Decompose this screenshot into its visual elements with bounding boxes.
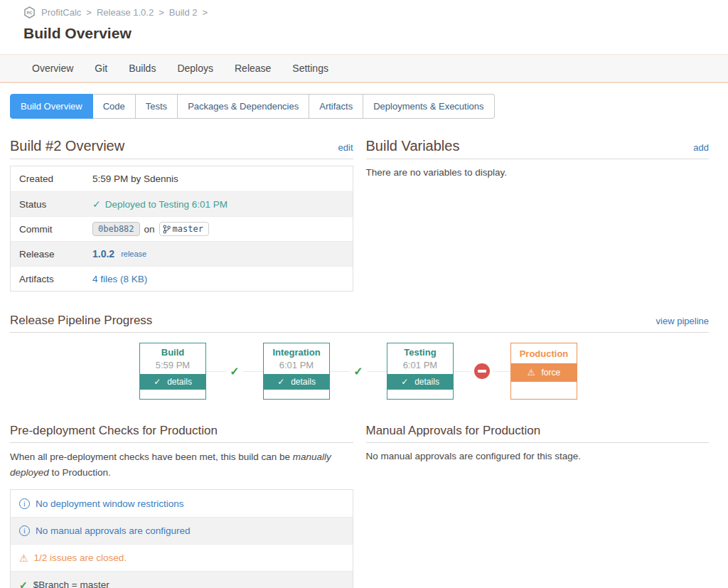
check-text: 1/2 issues are closed.	[34, 552, 127, 563]
stage-name: Production	[511, 343, 577, 363]
stage-time: 6:01 PM	[264, 358, 329, 374]
pipeline-stage-integration: Integration 6:01 PM ✓ details	[263, 343, 330, 400]
status-label: Status	[11, 199, 92, 210]
page-title: Build Overview	[23, 25, 728, 42]
breadcrumb-release[interactable]: Release 1.0.2	[97, 7, 154, 18]
breadcrumb-build[interactable]: Build 2	[169, 7, 198, 18]
stage-name: Integration	[264, 343, 329, 358]
breadcrumb-app[interactable]: ProfitCalc	[41, 7, 81, 18]
check-row-issues[interactable]: ⚠ 1/2 issues are closed.	[11, 544, 353, 571]
stage-name: Build	[140, 343, 205, 358]
warning-icon: ⚠	[528, 368, 535, 378]
artifacts-link[interactable]: 4 files (8 KB)	[92, 274, 147, 284]
no-approvals-text: No manual approvals are configured for t…	[366, 451, 710, 461]
nav-item-overview[interactable]: Overview	[32, 63, 73, 74]
stage-name: Testing	[387, 343, 453, 358]
pipeline-connector: ✓	[206, 365, 263, 378]
pre-deployment-title: Pre-deployment Checks for Production	[10, 424, 218, 438]
release-label: Release	[11, 249, 92, 260]
pipeline-stage-production: Production ⚠ force	[510, 343, 577, 400]
pre-deployment-section: Pre-deployment Checks for Production Whe…	[10, 424, 353, 588]
build-overview-table: Created 5:59 PM by Sdennis Status ✓ Depl…	[10, 166, 353, 292]
check-text: No deployment window restrictions	[36, 498, 184, 509]
pre-deployment-check-list: i No deployment window restrictions i No…	[10, 489, 353, 588]
tab-artifacts[interactable]: Artifacts	[309, 94, 363, 119]
nav-item-git[interactable]: Git	[95, 63, 107, 74]
created-value: 5:59 PM by Sdennis	[92, 173, 178, 184]
check-icon: ✓	[277, 377, 284, 387]
release-link[interactable]: release	[121, 250, 146, 258]
pre-deployment-intro: When all pre-deployment checks have been…	[10, 449, 353, 480]
nav-item-deploys[interactable]: Deploys	[177, 63, 213, 74]
table-row-release: Release 1.0.2 release	[11, 241, 353, 266]
breadcrumb-separator: >	[203, 7, 208, 18]
breadcrumb: PC ProfitCalc > Release 1.0.2 > Build 2 …	[23, 6, 728, 18]
tab-deployments-executions[interactable]: Deployments & Executions	[363, 94, 494, 119]
pipeline-stage-build: Build 5:59 PM ✓ details	[139, 343, 206, 400]
pipeline-connector: ✓	[330, 365, 387, 378]
breadcrumb-separator: >	[86, 7, 92, 18]
check-icon: ✓	[350, 365, 366, 378]
build-overview-section: Build #2 Overview edit Created 5:59 PM b…	[10, 138, 353, 292]
blocked-icon	[474, 363, 490, 379]
nav-item-release[interactable]: Release	[235, 63, 271, 74]
build-subtabs: Build Overview Code Tests Packages & Dep…	[10, 94, 495, 119]
release-version-link[interactable]: 1.0.2	[92, 248, 114, 260]
warning-icon: ⚠	[19, 552, 28, 564]
stage-details-button[interactable]: ✓ details	[140, 374, 205, 390]
check-icon: ✓	[92, 198, 101, 210]
check-row-manual-approvals[interactable]: i No manual approvals are configured	[11, 517, 353, 544]
table-row-status: Status ✓ Deployed to Testing 6:01 PM	[11, 191, 353, 216]
commit-hash-badge[interactable]: 0beb882	[92, 222, 140, 236]
tab-build-overview[interactable]: Build Overview	[10, 94, 93, 119]
table-row-created: Created 5:59 PM by Sdennis	[11, 166, 353, 191]
view-pipeline-link[interactable]: view pipeline	[656, 316, 709, 326]
nav-item-settings[interactable]: Settings	[292, 63, 328, 74]
stage-time: 6:01 PM	[387, 358, 453, 374]
tab-packages-dependencies[interactable]: Packages & Dependencies	[178, 94, 309, 119]
git-branch-icon	[163, 225, 171, 234]
table-row-commit: Commit 0beb882 on master	[11, 216, 353, 241]
info-icon: i	[19, 498, 30, 509]
created-label: Created	[11, 173, 92, 184]
pipeline-section: Release Pipeline Progress view pipeline …	[0, 314, 728, 400]
info-icon: i	[19, 525, 30, 536]
build-overview-title: Build #2 Overview	[10, 138, 124, 154]
check-icon: ✓	[401, 377, 408, 387]
check-text: $Branch = master	[33, 579, 109, 588]
pipeline-title: Release Pipeline Progress	[10, 314, 152, 328]
svg-text:PC: PC	[26, 11, 33, 15]
breadcrumb-separator: >	[159, 7, 164, 18]
build-variables-title: Build Variables	[366, 138, 460, 154]
no-variables-text: There are no variables to display.	[366, 167, 710, 178]
check-row-deployment-window[interactable]: i No deployment window restrictions	[11, 490, 353, 517]
artifacts-label: Artifacts	[11, 274, 92, 284]
branch-name: master	[173, 224, 203, 234]
edit-link[interactable]: edit	[338, 142, 353, 153]
stage-details-button[interactable]: ✓ details	[387, 374, 453, 390]
build-variables-section: Build Variables add There are no variabl…	[366, 138, 710, 292]
main-nav: Overview Git Builds Deploys Release Sett…	[0, 54, 728, 83]
stage-force-button[interactable]: ⚠ force	[511, 363, 577, 382]
pipeline-stage-testing: Testing 6:01 PM ✓ details	[387, 343, 454, 400]
check-icon: ✓	[154, 377, 161, 387]
status-value: Deployed to Testing 6:01 PM	[105, 199, 228, 210]
pipeline-stages: Build 5:59 PM ✓ details ✓ Integration 6:…	[139, 343, 709, 400]
check-text: No manual approvals are configured	[36, 525, 191, 536]
pipeline-connector-blocked	[454, 363, 510, 379]
stage-details-button[interactable]: ✓ details	[264, 374, 329, 390]
check-row-branch: ✓ $Branch = master	[11, 571, 353, 588]
stage-time: 5:59 PM	[140, 358, 205, 374]
table-row-artifacts: Artifacts 4 files (8 KB)	[11, 266, 353, 291]
tab-tests[interactable]: Tests	[136, 94, 178, 119]
add-link[interactable]: add	[693, 142, 709, 153]
tab-code[interactable]: Code	[93, 94, 136, 119]
manual-approvals-section: Manual Approvals for Production No manua…	[366, 424, 710, 588]
commit-on-text: on	[144, 224, 155, 235]
check-icon: ✓	[226, 365, 242, 378]
check-icon: ✓	[19, 579, 28, 588]
branch-badge[interactable]: master	[159, 222, 209, 236]
commit-label: Commit	[11, 224, 92, 235]
nav-item-builds[interactable]: Builds	[129, 63, 156, 74]
app-logo-icon: PC	[23, 6, 36, 18]
